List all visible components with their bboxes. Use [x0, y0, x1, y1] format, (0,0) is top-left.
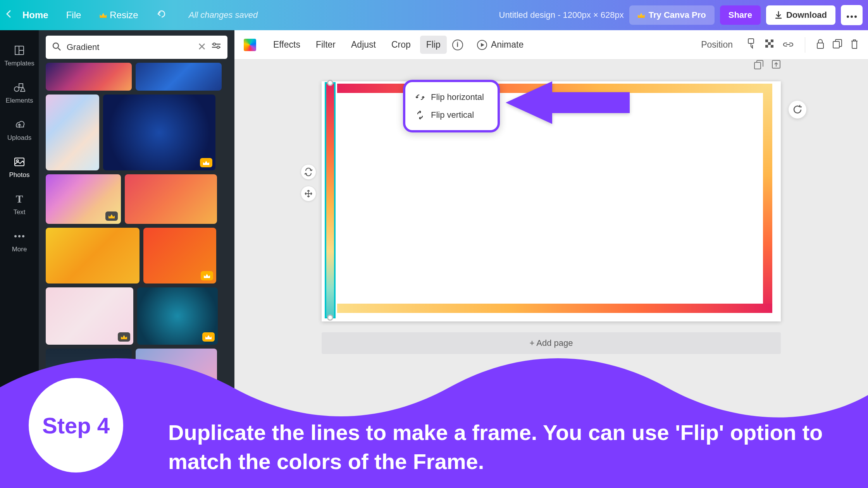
search-input[interactable]: [67, 42, 193, 52]
search-box: [46, 36, 227, 59]
gradient-thumbnail[interactable]: [137, 287, 218, 345]
flip-horizontal-item[interactable]: Flip horizontal: [409, 88, 494, 106]
sidebar-item-label: Elements: [6, 97, 33, 105]
selection-handle[interactable]: [327, 80, 333, 86]
gradient-frame-right[interactable]: [763, 84, 772, 313]
flip-vertical-icon: [415, 110, 425, 120]
expand-page-icon[interactable]: [772, 60, 781, 71]
narrow-sidebar: Templates Elements Uploads Photos T Text…: [0, 30, 39, 488]
svg-point-18: [213, 43, 215, 45]
more-button[interactable]: [841, 5, 863, 25]
animate-label: Animate: [491, 40, 524, 50]
premium-badge: [105, 211, 118, 221]
search-icon: [52, 42, 61, 53]
sidebar-uploads[interactable]: Uploads: [0, 112, 39, 149]
photos-icon: [13, 156, 26, 168]
gradient-thumbnail[interactable]: [143, 228, 216, 284]
gradient-thumbnail[interactable]: [136, 63, 222, 91]
duplicate-icon[interactable]: [832, 39, 842, 51]
svg-point-20: [217, 46, 219, 48]
undo-icon[interactable]: [156, 9, 167, 21]
premium-badge: [200, 158, 212, 167]
svg-line-14: [58, 48, 60, 50]
svg-rect-4: [15, 46, 19, 55]
svg-point-10: [14, 235, 17, 237]
search-panel: [39, 30, 234, 488]
download-button[interactable]: Download: [766, 5, 835, 25]
flip-button[interactable]: Flip: [420, 36, 447, 54]
clear-icon[interactable]: [198, 43, 206, 52]
gradient-thumbnail[interactable]: [46, 287, 133, 345]
svg-rect-7: [19, 84, 23, 88]
color-swatch[interactable]: [244, 39, 256, 51]
info-icon[interactable]: i: [452, 40, 463, 50]
add-page-button[interactable]: + Add page: [322, 332, 781, 354]
flip-vertical-item[interactable]: Flip vertical: [409, 106, 494, 124]
crop-button[interactable]: Crop: [385, 36, 417, 54]
gradient-thumbnail[interactable]: [136, 349, 217, 403]
position-button[interactable]: Position: [695, 36, 739, 54]
sidebar-text[interactable]: T Text: [0, 186, 39, 223]
adjust-button[interactable]: Adjust: [345, 36, 382, 54]
try-pro-button[interactable]: Try Canva Pro: [629, 5, 715, 25]
gradient-thumbnail[interactable]: [46, 349, 132, 403]
copy-page-icon[interactable]: [754, 60, 764, 71]
transparency-icon[interactable]: [765, 39, 775, 51]
gradient-thumbnail[interactable]: [103, 95, 215, 170]
document-title[interactable]: Untitled design - 1200px × 628px: [499, 10, 624, 20]
svg-point-0: [847, 15, 849, 18]
trash-icon[interactable]: [850, 38, 859, 52]
sidebar-elements[interactable]: Elements: [0, 74, 39, 112]
svg-point-11: [18, 235, 21, 237]
sidebar-photos[interactable]: Photos: [0, 149, 39, 186]
flip-horizontal-icon: [415, 93, 425, 102]
svg-rect-22: [748, 39, 754, 43]
gradient-thumbnail[interactable]: [46, 63, 132, 91]
svg-point-13: [53, 43, 59, 48]
sidebar-more[interactable]: More: [0, 223, 39, 260]
selection-handle[interactable]: [327, 314, 333, 321]
crown-icon: [100, 12, 107, 18]
gradient-thumbnail[interactable]: [46, 174, 121, 224]
home-link[interactable]: Home: [22, 10, 48, 21]
resize-button[interactable]: Resize: [100, 10, 138, 21]
download-icon: [775, 11, 782, 19]
move-icon[interactable]: [301, 186, 316, 201]
gradient-thumbnail[interactable]: [46, 228, 140, 284]
file-menu[interactable]: File: [66, 10, 81, 21]
premium-badge: [201, 271, 213, 280]
lock-icon[interactable]: [816, 38, 825, 52]
gradient-frame-bottom[interactable]: [337, 304, 772, 313]
uploads-icon: [13, 119, 26, 131]
svg-rect-26: [765, 45, 768, 48]
sidebar-templates[interactable]: Templates: [0, 37, 39, 74]
gradient-thumbnail[interactable]: [46, 95, 99, 170]
svg-point-1: [851, 15, 853, 18]
share-label: Share: [728, 10, 752, 20]
annotation-arrow: [506, 81, 630, 125]
try-pro-label: Try Canva Pro: [649, 10, 706, 20]
top-bar: Home File Resize All changes saved Untit…: [0, 0, 868, 30]
filter-button[interactable]: Filter: [310, 36, 342, 54]
effects-button[interactable]: Effects: [267, 36, 307, 54]
animate-button[interactable]: Animate: [471, 36, 530, 54]
svg-rect-27: [771, 45, 773, 48]
copy-style-icon[interactable]: [747, 38, 757, 52]
svg-point-12: [22, 235, 24, 237]
swap-icon[interactable]: [301, 164, 316, 180]
gradient-thumbnail[interactable]: [125, 174, 217, 224]
svg-rect-30: [754, 62, 761, 69]
link-icon[interactable]: [782, 40, 794, 50]
gradient-frame-left-selected[interactable]: [325, 82, 336, 318]
svg-rect-25: [768, 42, 771, 45]
svg-point-2: [854, 15, 857, 18]
sidebar-item-label: Templates: [4, 60, 34, 67]
flip-v-label: Flip vertical: [431, 110, 474, 120]
filter-icon[interactable]: [211, 43, 221, 52]
share-button[interactable]: Share: [720, 5, 761, 25]
refresh-button[interactable]: [789, 101, 806, 119]
svg-point-9: [17, 160, 19, 162]
back-chevron-icon[interactable]: [5, 9, 12, 21]
svg-rect-28: [817, 43, 823, 48]
results-grid: [46, 63, 227, 403]
